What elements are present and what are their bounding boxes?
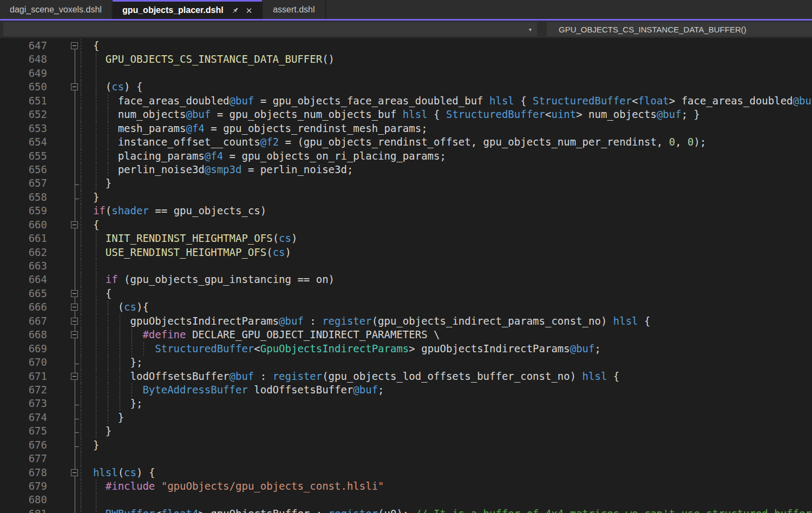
chevron-down-icon[interactable]: ▾ (529, 27, 532, 32)
code-cell[interactable]: GPU_OBJECTS_CS_INSTANCE_DATA_BUFFER() (81, 52, 812, 66)
code-cell[interactable]: } (81, 424, 812, 438)
code-cell[interactable]: } (81, 176, 812, 190)
code-cell[interactable]: }; (81, 397, 812, 410)
fold-toggle-icon[interactable] (71, 318, 78, 325)
code-line[interactable]: 662 USE_RENDINST_HEIGHTMAP_OFS(cs) (0, 246, 812, 259)
code-line[interactable]: 664 if (gpu_objects_gpu_instancing == on… (0, 273, 812, 286)
code-cell[interactable]: { (81, 39, 812, 52)
code-line[interactable]: 655 placing_params@f4 = gpu_objects_on_r… (0, 149, 812, 163)
code-cell[interactable]: (cs){ (81, 300, 812, 314)
code-line[interactable]: 659 if(shader == gpu_objects_cs) (0, 204, 812, 218)
code-line[interactable]: 647 { (0, 39, 812, 52)
code-cell[interactable] (81, 259, 812, 273)
code-cell[interactable]: StructuredBuffer<GpuObjectsIndirectParam… (81, 342, 812, 356)
code-cell[interactable]: if(shader == gpu_objects_cs) (81, 204, 812, 218)
code-cell[interactable]: if (gpu_objects_gpu_instancing == on) (81, 273, 812, 286)
tab-assert-dshl[interactable]: assert.dshl (263, 0, 324, 19)
code-cell[interactable]: (cs) { (81, 80, 812, 94)
code-line[interactable]: 666 (cs){ (0, 300, 812, 314)
fold-toggle-icon[interactable] (71, 42, 78, 49)
fold-margin (47, 149, 81, 163)
member-dropdown[interactable]: GPU_OBJECTS_CS_INSTANCE_DATA_BUFFER() (547, 22, 812, 36)
code-line[interactable]: 656 perlin_noise3d@smp3d = perlin_noise3… (0, 163, 812, 176)
code-cell[interactable]: face_areas_doubled@buf = gpu_objects_fac… (81, 94, 812, 108)
code-line[interactable]: 676 } (0, 438, 812, 452)
code-line[interactable]: 673 }; (0, 397, 812, 410)
code-cell[interactable]: mesh_params@f4 = gpu_objects_rendinst_me… (81, 122, 812, 135)
code-line[interactable]: 679 #include "gpuObjects/gpu_objects_con… (0, 479, 812, 493)
code-line[interactable]: 680 (0, 493, 812, 507)
code-line[interactable]: 665 { (0, 287, 812, 300)
code-cell[interactable] (81, 67, 812, 80)
code-cell[interactable]: RWBuffer<float4> gpuObjectsBuffer : regi… (81, 507, 812, 513)
code-line[interactable]: 658 } (0, 190, 812, 204)
code-cell[interactable]: instance_offset__counts@f2 = (gpu_object… (81, 135, 812, 149)
code-text: USE_RENDINST_HEIGHTMAP_OFS(cs) (81, 246, 291, 258)
code-line[interactable]: 652 num_objects@buf = gpu_objects_num_ob… (0, 108, 812, 121)
code-line[interactable]: 672 ByteAddressBuffer lodOffsetsBuffer@b… (0, 383, 812, 397)
code-cell[interactable]: } (81, 411, 812, 424)
code-cell[interactable]: { (81, 218, 812, 232)
fold-toggle-icon[interactable] (71, 290, 78, 297)
code-line[interactable]: 657 } (0, 176, 812, 190)
code-line[interactable]: 661 INIT_RENDINST_HEIGHTMAP_OFS(cs) (0, 232, 812, 245)
code-line[interactable]: 660 { (0, 218, 812, 232)
code-cell[interactable]: gpuObjectsIndirectParams@buf : register(… (81, 314, 812, 328)
fold-margin (47, 80, 81, 94)
code-cell[interactable]: placing_params@f4 = gpu_objects_on_ri_pl… (81, 149, 812, 163)
code-line[interactable]: 648 GPU_OBJECTS_CS_INSTANCE_DATA_BUFFER(… (0, 52, 812, 66)
fold-toggle-icon[interactable] (71, 469, 78, 476)
code-line[interactable]: 668 #define DECLARE_GPU_OBJECT_INDIRECT_… (0, 328, 812, 341)
scope-dropdown[interactable]: ▾ (3, 22, 537, 36)
editor[interactable]: 647 {648 GPU_OBJECTS_CS_INSTANCE_DATA_BU… (0, 38, 812, 513)
code-cell[interactable]: #define DECLARE_GPU_OBJECT_INDIRECT_PARA… (81, 328, 812, 341)
code-cell[interactable]: perlin_noise3d@smp3d = perlin_noise3d; (81, 163, 812, 176)
code-cell[interactable]: #include "gpuObjects/gpu_objects_const.h… (81, 479, 812, 493)
code-line[interactable]: 681 RWBuffer<float4> gpuObjectsBuffer : … (0, 507, 812, 513)
code-line[interactable]: 678 hlsl(cs) { (0, 466, 812, 479)
close-icon[interactable]: ✕ (246, 6, 253, 15)
tab-dagi-scene-voxels-dshl[interactable]: dagi_scene_voxels.dshl (0, 0, 112, 19)
code-line[interactable]: 654 instance_offset__counts@f2 = (gpu_ob… (0, 135, 812, 149)
code-line[interactable]: 651 face_areas_doubled@buf = gpu_objects… (0, 94, 812, 108)
code-line[interactable]: 675 } (0, 424, 812, 438)
code-line[interactable]: 650 (cs) { (0, 80, 812, 94)
code-line[interactable]: 669 StructuredBuffer<GpuObjectsIndirectP… (0, 342, 812, 356)
code-cell[interactable]: hlsl(cs) { (81, 466, 812, 479)
code-cell[interactable]: }; (81, 356, 812, 369)
fold-toggle-icon[interactable] (71, 83, 78, 90)
code-text: }; (81, 397, 142, 409)
pin-icon[interactable] (231, 6, 239, 15)
token: cs (124, 301, 136, 313)
code-line[interactable]: 663 (0, 259, 812, 273)
code-line[interactable]: 667 gpuObjectsIndirectParams@buf : regis… (0, 314, 812, 328)
tab-gpu-objects-placer-dshl[interactable]: gpu_objects_placer.dshl✕ (113, 0, 262, 19)
code-line[interactable]: 674 } (0, 411, 812, 424)
code-line[interactable]: 653 mesh_params@f4 = gpu_objects_rendins… (0, 122, 812, 135)
fold-margin (47, 411, 81, 424)
code-line[interactable]: 670 }; (0, 356, 812, 369)
token: ){ (136, 301, 149, 313)
fold-toggle-icon[interactable] (71, 304, 78, 311)
code-line[interactable]: 649 (0, 67, 812, 80)
code-cell[interactable]: { (81, 287, 812, 300)
line-number: 674 (0, 411, 47, 424)
code-cell[interactable]: USE_RENDINST_HEIGHTMAP_OFS(cs) (81, 246, 812, 259)
code-cell[interactable]: } (81, 438, 812, 452)
fold-toggle-icon[interactable] (71, 221, 78, 228)
fold-toggle-icon[interactable] (71, 373, 78, 380)
code-text: if(shader == gpu_objects_cs) (81, 205, 266, 216)
code-line[interactable]: 671 lodOffsetsBuffer@buf : register(gpu_… (0, 370, 812, 383)
fold-toggle-icon[interactable] (71, 331, 78, 338)
token: GPU_OBJECTS_CS_INSTANCE_DATA_BUFFER (106, 53, 322, 65)
fold-end-tick (75, 185, 79, 185)
code-cell[interactable]: lodOffsetsBuffer@buf : register(gpu_obje… (81, 370, 812, 383)
code-line[interactable]: 677 (0, 452, 812, 465)
code-cell[interactable]: } (81, 190, 812, 204)
code-cell[interactable] (81, 493, 812, 507)
code-cell[interactable]: num_objects@buf = gpu_objects_num_object… (81, 108, 812, 121)
code-cell[interactable]: INIT_RENDINST_HEIGHTMAP_OFS(cs) (81, 232, 812, 245)
code-cell[interactable] (81, 452, 812, 465)
fold-margin (47, 190, 81, 204)
code-cell[interactable]: ByteAddressBuffer lodOffsetsBuffer@buf; (81, 383, 812, 397)
